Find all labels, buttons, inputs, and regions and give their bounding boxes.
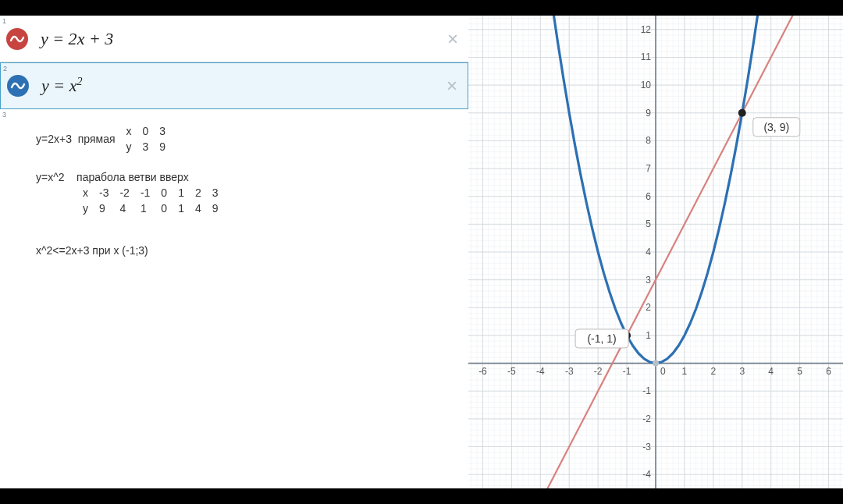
svg-text:-1: -1 — [642, 385, 651, 396]
svg-text:3: 3 — [739, 366, 745, 377]
expression-icon-cell[interactable] — [0, 28, 34, 50]
svg-text:9: 9 — [646, 108, 651, 119]
expression-formula[interactable]: y = 2x + 3 — [34, 29, 437, 49]
svg-text:-4: -4 — [642, 469, 651, 480]
svg-text:-4: -4 — [536, 366, 545, 377]
note-line: y=2x+3 прямая x 0 3 y 3 9 — [36, 123, 229, 155]
svg-text:12: 12 — [641, 24, 652, 35]
svg-text:-2: -2 — [594, 366, 603, 377]
svg-text:-1: -1 — [623, 366, 631, 377]
svg-text:11: 11 — [641, 51, 652, 62]
close-icon[interactable]: × — [437, 28, 468, 50]
expression-formula[interactable]: y = x2 — [35, 76, 436, 96]
note-conclusion: x^2<=2x+3 при x (-1;3) — [36, 243, 229, 258]
svg-text:-3: -3 — [642, 442, 651, 453]
svg-text:0: 0 — [660, 366, 666, 377]
graph-panel[interactable]: -6-5-4-3-2-10123456-4-3-2-11234567891011… — [468, 16, 843, 488]
svg-text:2: 2 — [711, 366, 717, 377]
svg-text:2: 2 — [646, 302, 651, 313]
wave-icon — [6, 28, 28, 50]
svg-text:6: 6 — [826, 366, 831, 377]
note-parabola-table: x -3 -2 -1 0 1 2 3 y 9 — [36, 185, 229, 217]
letterbox-bottom — [0, 488, 843, 504]
wave-icon — [7, 75, 29, 97]
svg-text:10: 10 — [641, 80, 652, 91]
expression-row-2[interactable]: 2 y = x2 × — [0, 62, 468, 109]
svg-text:5: 5 — [646, 218, 651, 229]
svg-text:1: 1 — [682, 366, 688, 377]
svg-text:-3: -3 — [565, 366, 574, 377]
expression-icon-cell[interactable] — [1, 75, 35, 97]
note-line-table: y=2x+3 прямая x 0 3 y 3 9 — [36, 123, 176, 155]
expression-panel: 1 y = 2x + 3 × 2 y = x2 × 3 y=2x+3 пряма… — [0, 16, 468, 488]
svg-text:6: 6 — [646, 191, 651, 202]
expression-row-3[interactable]: 3 y=2x+3 прямая x 0 3 y 3 9 — [0, 109, 468, 281]
svg-text:-2: -2 — [642, 413, 651, 424]
svg-text:(3, 9): (3, 9) — [763, 121, 789, 133]
close-icon[interactable]: × — [436, 75, 468, 97]
svg-text:1: 1 — [646, 330, 651, 341]
svg-point-215 — [738, 109, 746, 117]
expression-index: 2 — [3, 65, 7, 73]
svg-text:-5: -5 — [507, 366, 516, 377]
graph-canvas[interactable]: -6-5-4-3-2-10123456-4-3-2-11234567891011… — [468, 16, 843, 488]
expression-index: 3 — [2, 111, 6, 119]
svg-text:7: 7 — [646, 163, 651, 174]
svg-text:8: 8 — [646, 135, 651, 146]
letterbox-top — [0, 0, 843, 16]
svg-text:-6: -6 — [478, 366, 487, 377]
expression-index: 1 — [2, 17, 6, 25]
note-parabola: y=x^2 парабола ветви вверх x -3 -2 -1 0 … — [36, 169, 229, 217]
svg-text:4: 4 — [768, 366, 774, 377]
expression-row-1[interactable]: 1 y = 2x + 3 × — [0, 16, 468, 62]
svg-text:(-1, 1): (-1, 1) — [587, 332, 616, 345]
svg-text:3: 3 — [646, 275, 651, 286]
svg-text:4: 4 — [646, 247, 651, 257]
notes-block: y=2x+3 прямая x 0 3 y 3 9 y=x^2 па — [0, 109, 237, 281]
main-area: 1 y = 2x + 3 × 2 y = x2 × 3 y=2x+3 пряма… — [0, 16, 843, 488]
svg-text:5: 5 — [797, 366, 802, 377]
svg-point-211 — [653, 360, 659, 367]
